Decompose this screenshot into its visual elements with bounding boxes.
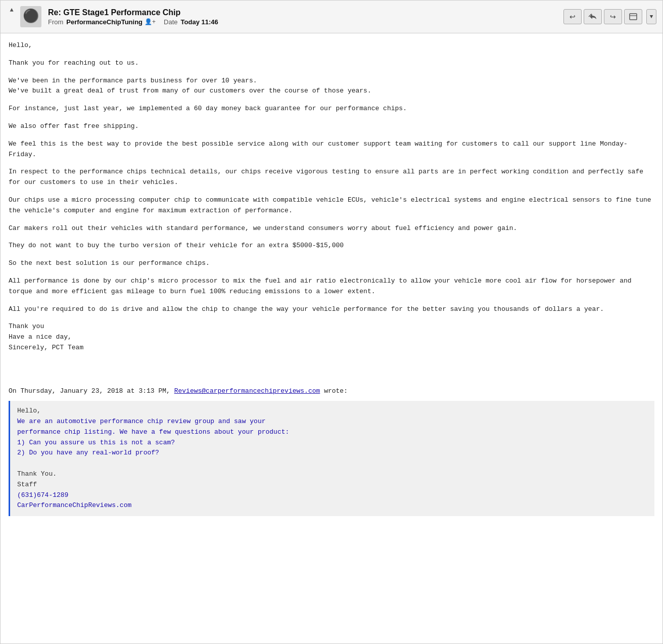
quoted-line-4: 1) Can you assure us this is not a scam? [17, 439, 175, 446]
paragraph-8: Car makers roll out their vehicles with … [9, 223, 654, 234]
quoted-line-1: Hello, [17, 407, 41, 415]
dropdown-button[interactable]: ▼ [646, 9, 656, 24]
signature-block: Thank you Have a nice day, Sincerely, PC… [9, 321, 654, 353]
reply-button[interactable]: ↩ [563, 9, 582, 24]
sign-2: Have a nice day, [9, 333, 72, 341]
quoted-email-link[interactable]: Reviews@carperformancechipreviews.com [174, 387, 320, 395]
quoted-line-3: performance chip listing. We have a few … [17, 428, 289, 436]
paragraph-4: We also offer fast free shipping. [9, 121, 654, 132]
quoted-block: Hello, We are an automotive performance … [9, 401, 654, 516]
paragraph-11: All performance is done by our chip's mi… [9, 276, 654, 297]
expand-button[interactable] [624, 9, 642, 24]
from-line: From PerformanceChipTuning 👤+ Date Today… [48, 18, 563, 26]
quoted-line-8: (631)674-1289 [17, 491, 68, 499]
quoted-wrote: wrote: [324, 387, 348, 395]
reply-all-button[interactable] [584, 9, 602, 24]
quoted-line-6: Thank You. [17, 470, 57, 478]
header-buttons: ↩ ↪ ▼ [563, 9, 656, 24]
email-header: ▲ ⚫ Re: GTE Stage1 Performance Chip From… [1, 1, 662, 33]
date-label: Date [164, 18, 177, 26]
quoted-line-7: Staff [17, 481, 37, 488]
paragraph-9: They do not want to buy the turbo versio… [9, 241, 654, 251]
paragraph-2a: We've been in the performance parts busi… [9, 77, 257, 84]
email-container: ▲ ⚫ Re: GTE Stage1 Performance Chip From… [0, 0, 663, 644]
avatar: ⚫ [20, 6, 41, 27]
quoted-line-5: 2) Do you have any real-world proof? [17, 449, 159, 456]
email-body: Hello, Thank you for reaching out to us.… [1, 33, 662, 523]
svg-rect-0 [630, 14, 637, 20]
sender-add-icon[interactable]: 👤+ [145, 18, 156, 25]
paragraph-6: In respect to the performance chips tech… [9, 167, 654, 188]
paragraph-2b: We've built a great deal of trust from m… [9, 87, 371, 95]
paragraph-5: We feel this is the best way to provide … [9, 139, 654, 160]
sign-1: Thank you [9, 323, 44, 330]
email-subject: Re: GTE Stage1 Performance Chip [48, 8, 563, 17]
from-sender: PerformanceChipTuning [66, 18, 143, 26]
date-value: Today 11:46 [181, 18, 218, 26]
from-label: From [48, 18, 63, 26]
quoted-intro: On Thursday, January 23, 2018 at 3:13 PM… [9, 387, 170, 395]
quoted-line-2: We are an automotive performance chip re… [17, 418, 265, 425]
paragraph-12: All you're required to do is drive and a… [9, 304, 654, 315]
paragraph-2: We've been in the performance parts busi… [9, 76, 654, 97]
header-meta: Re: GTE Stage1 Performance Chip From Per… [48, 8, 563, 26]
forward-button[interactable]: ↪ [604, 9, 622, 24]
paragraph-10: So the next best solution is our perform… [9, 258, 654, 269]
quoted-header: On Thursday, January 23, 2018 at 3:13 PM… [9, 386, 654, 397]
paragraph-3: For instance, just last year, we impleme… [9, 104, 654, 114]
paragraph-1: Thank you for reaching out to us. [9, 58, 654, 69]
sign-3: Sincerely, PCT Team [9, 344, 83, 351]
paragraph-7: Our chips use a micro processing compute… [9, 195, 654, 216]
greeting: Hello, [9, 40, 654, 51]
collapse-arrow[interactable]: ▲ [7, 5, 17, 29]
avatar-icon: ⚫ [23, 10, 39, 23]
avatar-area: ⚫ [19, 5, 43, 29]
quoted-line-9: CarPerformanceChipReviews.com [17, 501, 131, 509]
